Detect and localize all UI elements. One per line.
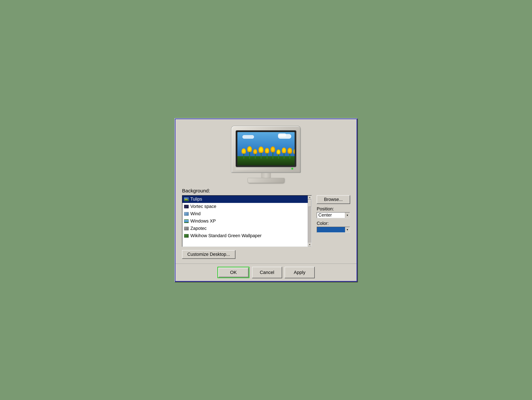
item-icon-wind xyxy=(184,211,189,217)
list-item-label: Tulips xyxy=(190,197,202,202)
item-icon-wikihow xyxy=(184,233,189,239)
display-properties-dialog: Background: xyxy=(175,118,357,282)
monitor-neck xyxy=(261,173,271,178)
scroll-up-button[interactable]: ▲ xyxy=(308,196,311,199)
scroll-down-button[interactable]: ▼ xyxy=(308,243,311,246)
background-area: Tulips Vortec space Wind xyxy=(182,195,350,247)
position-control: Position: Center ▼ xyxy=(317,206,350,218)
position-dropdown-arrow[interactable]: ▼ xyxy=(345,213,350,218)
monitor-screen xyxy=(237,132,295,165)
monitor-bottom xyxy=(236,167,296,170)
position-label: Position: xyxy=(317,206,350,212)
color-swatch xyxy=(317,227,345,232)
background-listbox[interactable]: Tulips Vortec space Wind xyxy=(182,195,312,247)
list-item[interactable]: Tulips xyxy=(182,196,308,203)
item-icon-tulips xyxy=(184,197,189,202)
right-controls: Browse... Position: Center ▼ Color: ▼ xyxy=(317,195,350,233)
position-dropdown[interactable]: Center ▼ xyxy=(317,212,350,218)
cancel-button[interactable]: Cancel xyxy=(252,267,282,278)
list-item-label: Windows XP xyxy=(190,219,216,224)
listbox-scrollbar[interactable]: ▲ ▼ xyxy=(308,196,311,246)
scrollbar-thumb[interactable] xyxy=(308,200,311,207)
list-item[interactable]: Wikihow Standard Green Wallpaper xyxy=(182,232,308,239)
list-item[interactable]: Vortec space xyxy=(182,203,308,210)
list-item[interactable]: Windows XP xyxy=(182,218,308,225)
list-item-label: Vortec space xyxy=(190,204,216,209)
dialog-footer: OK Cancel Apply xyxy=(175,264,357,281)
color-dropdown[interactable]: ▼ xyxy=(317,227,350,233)
list-item-label: Wind xyxy=(190,211,201,216)
listbox-items: Tulips Vortec space Wind xyxy=(182,196,308,246)
list-item[interactable]: Zapotec xyxy=(182,225,308,232)
color-control: Color: ▼ xyxy=(317,221,350,233)
apply-button[interactable]: Apply xyxy=(285,267,315,278)
color-label: Color: xyxy=(317,221,350,226)
customize-button-container: Customize Desktop... xyxy=(182,250,350,259)
monitor-preview xyxy=(182,124,350,183)
customize-desktop-button[interactable]: Customize Desktop... xyxy=(182,250,235,259)
background-label: Background: xyxy=(182,188,350,194)
item-icon-vortec xyxy=(184,204,189,209)
list-item-label: Wikihow Standard Green Wallpaper xyxy=(190,233,261,238)
ok-button-wrapper: OK xyxy=(217,267,249,278)
monitor-base xyxy=(248,178,284,183)
ok-button[interactable]: OK xyxy=(218,268,248,277)
monitor-bezel xyxy=(236,130,296,167)
monitor-body xyxy=(231,126,301,173)
power-led xyxy=(291,168,293,169)
item-icon-windowsxp xyxy=(184,219,189,224)
item-icon-zapotec xyxy=(184,226,189,231)
scrollbar-track xyxy=(308,199,311,243)
list-item[interactable]: Wind xyxy=(182,210,308,218)
position-value: Center xyxy=(317,213,345,218)
browse-button[interactable]: Browse... xyxy=(317,195,350,204)
color-dropdown-arrow[interactable]: ▼ xyxy=(345,227,350,232)
list-item-label: Zapotec xyxy=(190,226,207,231)
